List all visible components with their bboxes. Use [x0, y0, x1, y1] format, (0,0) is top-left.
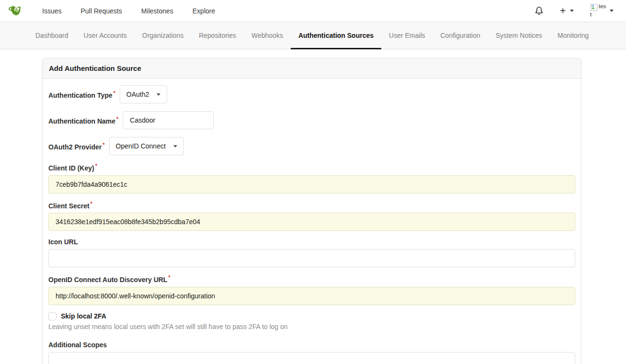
- dropdown-caret-icon: [157, 93, 160, 96]
- create-new-button[interactable]: [559, 7, 574, 14]
- gitea-logo-icon: [8, 4, 22, 18]
- main-nav: Issues Pull Requests Milestones Explore: [33, 0, 225, 22]
- tab-organizations[interactable]: Organizations: [135, 22, 191, 49]
- skip-local-2fa-help: Leaving unset means local users with 2FA…: [48, 323, 575, 330]
- auth-name-field: Authentication Name*: [48, 111, 575, 129]
- tab-configuration[interactable]: Configuration: [433, 22, 488, 49]
- chevron-down-icon: [570, 10, 574, 12]
- client-id-field: Client ID (Key)*: [48, 163, 575, 193]
- dropdown-caret-icon: [173, 145, 177, 148]
- client-id-label: Client ID (Key)*: [48, 163, 575, 172]
- icon-url-label: Icon URL: [48, 238, 575, 246]
- oauth2-provider-label: OAuth2 Provider*: [48, 142, 105, 151]
- add-auth-source-panel: Add Authentication Source Authentication…: [42, 58, 581, 364]
- top-navbar: Issues Pull Requests Milestones Explore …: [0, 0, 626, 22]
- required-marker: *: [168, 274, 170, 280]
- tab-user-emails[interactable]: User Emails: [381, 22, 433, 49]
- client-secret-label: Client Secret*: [48, 201, 575, 210]
- icon-url-field: Icon URL: [48, 238, 575, 267]
- plus-icon: [559, 7, 567, 14]
- required-marker: *: [91, 201, 92, 206]
- tab-dashboard[interactable]: Dashboard: [28, 22, 76, 49]
- nav-item-issues[interactable]: Issues: [33, 0, 71, 22]
- discovery-url-field: OpenID Connect Auto Discovery URL*: [48, 274, 575, 305]
- navbar-right: test: [535, 3, 614, 18]
- tab-webhooks[interactable]: Webhooks: [244, 22, 291, 49]
- skip-local-2fa-field: Skip local 2FA Leaving unset means local…: [48, 312, 575, 330]
- oauth2-provider-field: OAuth2 Provider* OpenID Connect: [48, 137, 575, 155]
- panel-title: Add Authentication Source: [43, 58, 581, 79]
- user-menu-button[interactable]: test: [590, 3, 614, 18]
- nav-item-pull-requests[interactable]: Pull Requests: [71, 0, 131, 22]
- auth-name-label: Authentication Name*: [48, 116, 118, 125]
- tab-monitoring[interactable]: Monitoring: [550, 22, 596, 49]
- notifications-button[interactable]: [535, 7, 543, 15]
- main-content: Add Authentication Source Authentication…: [0, 58, 626, 364]
- oauth2-provider-selected-value: OpenID Connect: [116, 142, 166, 150]
- additional-scopes-label: Additional Scopes: [48, 341, 575, 349]
- gitea-logo[interactable]: [8, 4, 22, 18]
- tab-authentication-sources[interactable]: Authentication Sources: [291, 22, 381, 49]
- required-marker: *: [102, 142, 104, 148]
- required-marker: *: [95, 163, 97, 169]
- broken-image-icon: [590, 3, 598, 11]
- auth-type-selected-value: OAuth2: [126, 91, 149, 98]
- additional-scopes-input[interactable]: [48, 352, 575, 364]
- discovery-url-label: OpenID Connect Auto Discovery URL*: [48, 274, 575, 284]
- client-id-input[interactable]: [48, 175, 575, 193]
- chevron-down-icon: [610, 10, 614, 12]
- nav-item-milestones[interactable]: Milestones: [132, 0, 183, 22]
- auth-type-dropdown[interactable]: OAuth2: [120, 85, 167, 103]
- nav-item-explore[interactable]: Explore: [183, 0, 225, 22]
- bell-icon: [535, 7, 543, 15]
- auth-type-label: Authentication Type*: [48, 90, 115, 99]
- tab-system-notices[interactable]: System Notices: [488, 22, 550, 49]
- auth-source-form: Authentication Type* OAuth2 Authenticati…: [43, 79, 581, 364]
- required-marker: *: [114, 90, 115, 96]
- icon-url-input[interactable]: [48, 249, 575, 267]
- auth-type-field: Authentication Type* OAuth2: [48, 85, 575, 103]
- tab-user-accounts[interactable]: User Accounts: [76, 22, 135, 49]
- oauth2-provider-dropdown[interactable]: OpenID Connect: [109, 137, 184, 155]
- auth-name-input[interactable]: [123, 111, 214, 129]
- client-secret-input[interactable]: [48, 213, 575, 231]
- client-secret-field: Client Secret*: [48, 201, 575, 231]
- discovery-url-input[interactable]: [48, 287, 575, 305]
- tab-repositories[interactable]: Repositories: [191, 22, 244, 49]
- avatar: test: [590, 3, 606, 18]
- skip-local-2fa-label: Skip local 2FA: [61, 312, 106, 320]
- required-marker: *: [116, 116, 118, 122]
- skip-local-2fa-checkbox[interactable]: [48, 312, 57, 320]
- additional-scopes-field: Additional Scopes: [48, 341, 575, 364]
- admin-tabs: Dashboard User Accounts Organizations Re…: [0, 22, 626, 49]
